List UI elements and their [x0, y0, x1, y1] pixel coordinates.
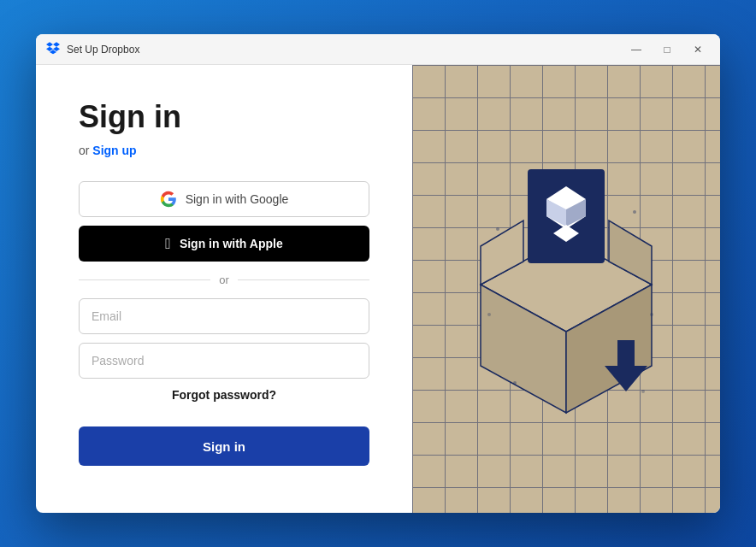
svg-point-13 [633, 210, 636, 214]
window-controls: — □ ✕ [624, 38, 710, 62]
google-button-label: Sign in with Google [186, 192, 289, 206]
close-button[interactable]: ✕ [686, 38, 710, 62]
signup-row: or Sign up [79, 144, 369, 157]
apple-signin-button[interactable]:  Sign in with Apple [79, 226, 369, 262]
divider-line-left [79, 279, 210, 280]
svg-point-17 [650, 313, 653, 316]
forgot-password-row: Forgot password? [79, 387, 369, 403]
svg-point-15 [641, 390, 645, 393]
divider: or [79, 274, 369, 286]
svg-point-16 [487, 313, 491, 316]
window-title: Set Up Dropbox [67, 44, 624, 56]
divider-text: or [219, 274, 229, 286]
titlebar: Set Up Dropbox — □ ✕ [36, 34, 720, 65]
forgot-password-link[interactable]: Forgot password? [172, 388, 276, 402]
signup-link[interactable]: Sign up [92, 144, 136, 157]
apple-button-label: Sign in with Apple [180, 237, 283, 250]
svg-point-14 [513, 381, 517, 385]
main-content: Sign in or Sign up Sign in with Google … [36, 65, 720, 513]
app-window: Set Up Dropbox — □ ✕ Sign in or Sign up … [36, 34, 720, 513]
apple-icon:  [165, 236, 171, 251]
signin-button[interactable]: Sign in [79, 426, 369, 466]
minimize-button[interactable]: — [624, 38, 648, 62]
svg-point-12 [496, 227, 499, 231]
page-title: Sign in [79, 99, 369, 135]
email-input[interactable] [79, 298, 369, 334]
dropbox-illustration [446, 144, 686, 434]
left-panel: Sign in or Sign up Sign in with Google … [36, 65, 412, 513]
right-panel [412, 65, 720, 513]
divider-line-right [238, 279, 369, 280]
maximize-button[interactable]: □ [655, 38, 679, 62]
dropbox-icon [46, 41, 60, 58]
google-signin-button[interactable]: Sign in with Google [79, 181, 369, 217]
password-input[interactable] [79, 343, 369, 379]
signup-prefix: or [79, 144, 92, 157]
illustration-container [412, 65, 720, 513]
google-icon [160, 191, 177, 208]
